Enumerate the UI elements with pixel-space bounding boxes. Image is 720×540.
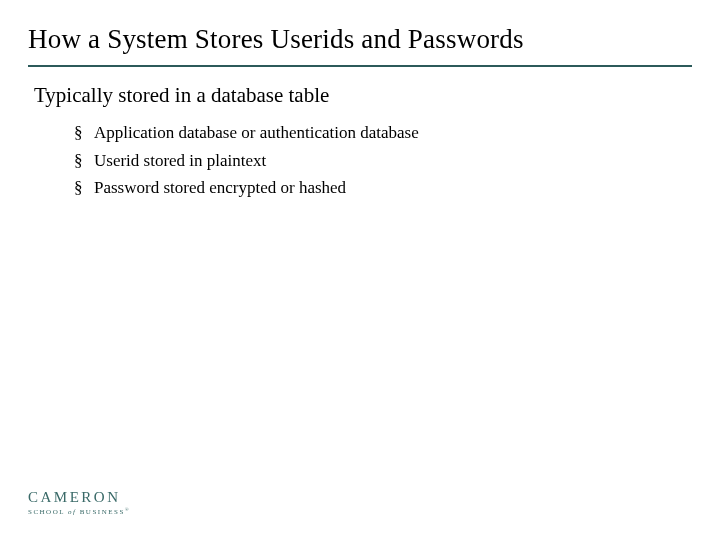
logo: CAMERON SCHOOL of BUSINESS® bbox=[28, 489, 130, 516]
slide-container: How a System Stores Userids and Password… bbox=[0, 0, 720, 540]
list-item: Password stored encrypted or hashed bbox=[74, 175, 692, 201]
bullet-list: Application database or authentication d… bbox=[34, 120, 692, 201]
slide-content: Typically stored in a database table App… bbox=[28, 83, 692, 201]
list-item: Userid stored in plaintext bbox=[74, 148, 692, 174]
main-point: Typically stored in a database table bbox=[34, 83, 692, 108]
list-item: Application database or authentication d… bbox=[74, 120, 692, 146]
logo-sub-text: SCHOOL of BUSINESS® bbox=[28, 507, 130, 516]
slide-title: How a System Stores Userids and Password… bbox=[28, 24, 692, 67]
logo-main-text: CAMERON bbox=[28, 489, 130, 506]
